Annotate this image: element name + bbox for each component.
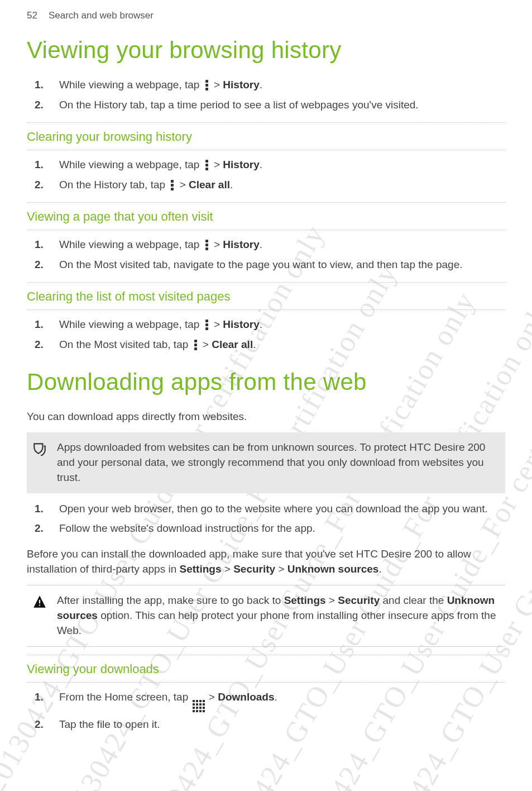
text: . xyxy=(378,563,381,575)
step-number: 1. xyxy=(35,157,44,173)
step-text: > xyxy=(211,79,223,90)
step-text: . xyxy=(260,159,262,170)
divider xyxy=(27,150,505,150)
step-number: 2. xyxy=(35,257,44,273)
step-text: . xyxy=(260,239,262,250)
divider xyxy=(27,282,505,283)
list-item: 2. On the History tab, tap a time period… xyxy=(59,97,505,113)
step-text: . xyxy=(253,339,256,350)
text: > xyxy=(222,563,234,575)
ui-label-clear-all: Clear all xyxy=(189,179,230,190)
overflow-menu-icon xyxy=(170,179,175,190)
warning-icon xyxy=(32,593,49,611)
list-item: 2. On the Most visited tab, navigate to … xyxy=(59,257,505,273)
heading-downloading-apps: Downloading apps from the web xyxy=(27,369,505,396)
text: After installing the app, make sure to g… xyxy=(57,594,284,606)
list-item: 1. While viewing a webpage, tap > Histor… xyxy=(59,237,505,252)
overflow-menu-icon xyxy=(204,318,209,330)
list-item: 2. Tap the file to open it. xyxy=(59,717,505,732)
step-number: 2. xyxy=(35,521,44,536)
heading-viewing-history: Viewing your browsing history xyxy=(27,37,505,64)
step-number: 2. xyxy=(35,717,44,732)
step-text: From the Home screen, tap xyxy=(59,691,191,703)
ui-label-settings: Settings xyxy=(180,563,222,575)
step-number: 1. xyxy=(35,689,44,705)
list-item: 2. On the Most visited tab, tap > Clear … xyxy=(59,337,505,352)
step-text: > xyxy=(176,179,189,190)
overflow-menu-icon xyxy=(204,79,209,90)
step-text: While viewing a webpage, tap xyxy=(59,318,203,330)
subheading-often-visit: Viewing a page that you often visit xyxy=(27,205,505,227)
note-text: After installing the app, make sure to g… xyxy=(57,593,500,638)
list-item: 1. From the Home screen, tap > Downloads… xyxy=(59,689,505,712)
note-important: Apps downloaded from websites can be fro… xyxy=(27,432,505,493)
step-text: While viewing a webpage, tap xyxy=(59,239,203,250)
step-text: > xyxy=(211,159,223,170)
step-text: > xyxy=(211,318,223,330)
step-text: While viewing a webpage, tap xyxy=(59,159,203,170)
step-number: 1. xyxy=(35,317,44,332)
text: option. This can help protect your phone… xyxy=(57,609,496,636)
step-number: 2. xyxy=(35,337,44,352)
section-name: Search and web browser xyxy=(49,10,154,21)
subheading-clearing-history: Clearing your browsing history xyxy=(27,125,505,147)
step-text: . xyxy=(275,691,277,703)
step-text: Open your web browser, then go to the we… xyxy=(59,503,488,514)
step-number: 1. xyxy=(35,501,44,517)
divider xyxy=(27,655,505,655)
overflow-menu-icon xyxy=(204,239,209,250)
subheading-clearing-most-visited: Clearing the list of most visited pages xyxy=(27,285,505,307)
overflow-menu-icon xyxy=(193,339,198,350)
page-header: 52 Search and web browser xyxy=(27,0,505,34)
step-text: > xyxy=(211,239,223,250)
list-item: 1. While viewing a webpage, tap > Histor… xyxy=(59,317,505,332)
divider xyxy=(27,309,505,310)
note-warning: After installing the app, make sure to g… xyxy=(27,585,505,647)
list-item: 2. On the History tab, tap > Clear all. xyxy=(59,177,505,193)
step-text: > xyxy=(206,691,218,703)
ui-label-history: History xyxy=(223,318,259,330)
divider xyxy=(27,682,505,683)
divider xyxy=(27,230,505,230)
page-number: 52 xyxy=(27,10,37,21)
apps-grid-icon xyxy=(193,700,205,712)
paragraph: Before you can install the downloaded ap… xyxy=(27,546,505,577)
overflow-menu-icon xyxy=(204,159,209,170)
step-text: > xyxy=(200,339,212,350)
subheading-viewing-downloads: Viewing your downloads xyxy=(27,657,505,680)
document-page: 20130424_GTO_User Guide_For certificatio… xyxy=(0,0,532,791)
text: > xyxy=(275,563,287,575)
ui-label-history: History xyxy=(223,159,259,170)
step-number: 1. xyxy=(35,237,44,252)
note-text: Apps downloaded from websites can be fro… xyxy=(57,440,500,485)
ui-label-unknown-sources: Unknown sources xyxy=(287,563,379,575)
step-text: Tap the file to open it. xyxy=(59,718,160,730)
list-item: 1. While viewing a webpage, tap > Histor… xyxy=(59,77,505,93)
list-item: 2. Follow the website's download instruc… xyxy=(59,521,505,536)
step-number: 2. xyxy=(35,177,44,193)
list-item: 1. While viewing a webpage, tap > Histor… xyxy=(59,157,505,173)
ui-label-clear-all: Clear all xyxy=(212,339,253,350)
ui-label-history: History xyxy=(223,79,259,90)
ui-label-security: Security xyxy=(233,563,275,575)
divider xyxy=(27,122,505,123)
divider xyxy=(27,202,505,203)
text: > xyxy=(326,594,338,606)
ui-label-settings: Settings xyxy=(284,594,326,606)
step-text: On the Most visited tab, navigate to the… xyxy=(59,259,462,270)
text: and clear the xyxy=(380,594,447,606)
paragraph: You can download apps directly from webs… xyxy=(27,409,505,425)
ui-label-history: History xyxy=(223,239,259,250)
step-number: 1. xyxy=(35,77,44,93)
step-text: Follow the website's download instructio… xyxy=(59,522,315,534)
step-text: On the History tab, tap xyxy=(59,179,168,190)
list-item: 1. Open your web browser, then go to the… xyxy=(59,501,505,517)
important-icon xyxy=(32,440,49,458)
step-text: While viewing a webpage, tap xyxy=(59,79,203,90)
ui-label-security: Security xyxy=(338,594,380,606)
step-text: . xyxy=(260,79,262,90)
step-text: . xyxy=(260,318,262,330)
step-text: . xyxy=(230,179,233,190)
step-text: On the Most visited tab, tap xyxy=(59,339,191,350)
ui-label-downloads: Downloads xyxy=(218,691,274,703)
